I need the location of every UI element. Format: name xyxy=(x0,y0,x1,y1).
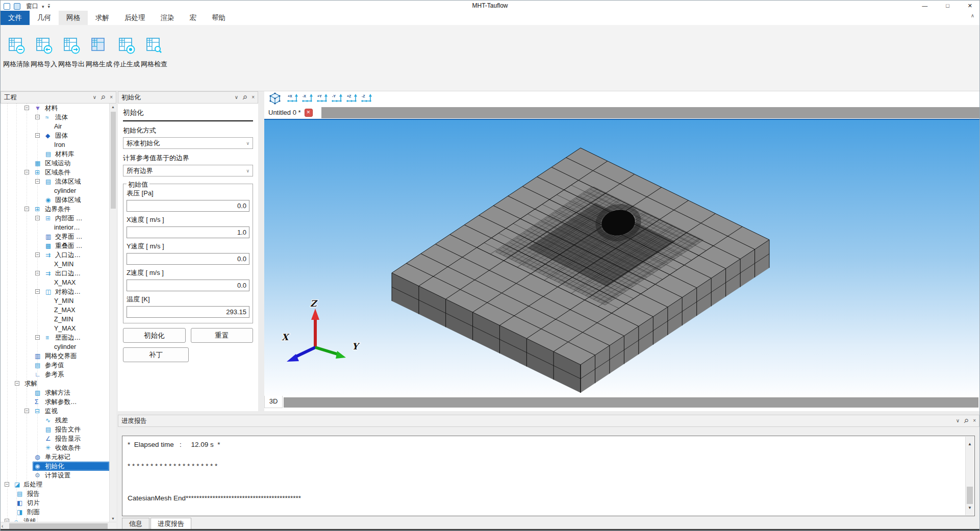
panel-pin-icon[interactable]: ⚲ xyxy=(963,418,970,424)
mesh-clear-button[interactable]: 网格清除 xyxy=(3,25,30,91)
tree-item[interactable]: −⊞边界条件 xyxy=(1,205,109,214)
tree-expand-icon[interactable]: − xyxy=(24,207,29,211)
tree-item[interactable]: −○流线 xyxy=(1,517,109,522)
tree-expand-icon[interactable]: − xyxy=(35,179,40,184)
tree-expand-icon[interactable]: − xyxy=(24,170,29,174)
reset-button[interactable]: 重置 xyxy=(191,328,254,343)
tree-expand-icon[interactable]: − xyxy=(35,216,40,220)
mesh-import-button[interactable]: 网格导入 xyxy=(30,25,58,91)
view-minus-y-button[interactable]: -Y xyxy=(331,93,344,104)
tree-item[interactable]: interior… xyxy=(1,223,109,232)
view-plusminus-z-button[interactable]: +Z xyxy=(346,93,359,104)
tree-expand-icon[interactable]: − xyxy=(35,335,40,340)
tree-item[interactable]: X_MIN xyxy=(1,260,109,269)
panel-chevron-icon[interactable]: ∨ xyxy=(235,95,238,100)
tree-item[interactable]: ▤参考值 xyxy=(1,361,109,370)
tree-item[interactable]: −⇉出口边… xyxy=(1,269,109,278)
view-minus-z-button[interactable]: -Z xyxy=(361,93,373,104)
menu-tab-mesh[interactable]: 网格 xyxy=(59,11,88,25)
scroll-down-icon[interactable]: ▼ xyxy=(966,502,974,513)
tree-item[interactable]: −▤流体区域 xyxy=(1,177,109,186)
tree-item[interactable]: ∠报告显示 xyxy=(1,434,109,443)
tree-expand-icon[interactable]: − xyxy=(35,252,40,257)
tree-item[interactable]: ▥交界面 … xyxy=(1,232,109,241)
tree-expand-icon[interactable]: − xyxy=(35,271,40,275)
tree-vertical-scrollbar[interactable]: ▲ ▼ xyxy=(109,104,116,522)
tree-expand-icon[interactable]: − xyxy=(24,409,29,413)
panel-pin-icon[interactable]: ⚲ xyxy=(242,94,248,101)
patch-button[interactable]: 补丁 xyxy=(123,347,189,362)
tree-item[interactable]: Y_MIN xyxy=(1,296,109,306)
view-iso-button[interactable] xyxy=(268,92,282,105)
tree-item[interactable]: −⊞内部面 … xyxy=(1,214,109,223)
tree-item[interactable]: X_MAX xyxy=(1,278,109,287)
tree-item[interactable]: ◨剖面 xyxy=(1,508,109,517)
menu-tab-solve[interactable]: 求解 xyxy=(88,11,117,25)
tree-item[interactable]: ✳收敛条件 xyxy=(1,443,109,452)
minimize-button[interactable]: — xyxy=(922,3,927,9)
tree-item[interactable]: Z_MIN xyxy=(1,315,109,324)
menu-tab-file[interactable]: 文件 xyxy=(1,11,30,25)
tree-item[interactable]: Air xyxy=(1,122,109,131)
view-plusminus-y-button[interactable]: +Y xyxy=(316,93,329,104)
tree-item[interactable]: ◍单元标记 xyxy=(1,452,109,462)
menu-tab-post[interactable]: 后处理 xyxy=(117,11,153,25)
panel-chevron-icon[interactable]: ∨ xyxy=(93,95,96,100)
collapse-ribbon-icon[interactable]: ∧ xyxy=(971,13,974,18)
panel-close-icon[interactable]: × xyxy=(110,95,113,100)
tree-item[interactable]: Iron xyxy=(1,140,109,149)
panel-close-icon[interactable]: × xyxy=(973,418,976,423)
combo-select-0[interactable]: 标准初始化∨ xyxy=(123,137,253,149)
progress-log[interactable]: * Elapsed time : 12.09 s * * * * * * * *… xyxy=(122,436,975,516)
mesh-export-button[interactable]: 网格导出 xyxy=(58,25,85,91)
close-button[interactable]: ✕ xyxy=(968,3,972,9)
panel-close-icon[interactable]: × xyxy=(252,95,255,100)
tree-expand-icon[interactable]: − xyxy=(24,106,29,110)
tree-expand-icon[interactable]: − xyxy=(15,381,19,386)
output-tab[interactable]: 进度报告 xyxy=(150,518,191,529)
field-input[interactable]: 293.15 xyxy=(127,306,249,318)
panel-pin-icon[interactable]: ⚲ xyxy=(100,94,107,101)
tree-item[interactable]: ▩重叠面 … xyxy=(1,241,109,250)
scroll-up-icon[interactable]: ▲ xyxy=(966,439,974,449)
tree-expand-icon[interactable]: − xyxy=(5,482,9,487)
field-input[interactable]: 0.0 xyxy=(127,253,249,265)
tree-item[interactable]: Σ求解参数… xyxy=(1,397,109,407)
tree-item[interactable]: −≡壁面边… xyxy=(1,333,109,342)
tree-item[interactable]: cylinder xyxy=(1,186,109,195)
document-tab[interactable]: Untitled 0 * ✕ xyxy=(264,106,318,119)
log-vscroll-thumb[interactable] xyxy=(967,487,973,504)
tree-item[interactable]: ▤材料库 xyxy=(1,149,109,159)
tree-item[interactable]: ▤报告文件 xyxy=(1,425,109,434)
tree-item[interactable]: −▼材料 xyxy=(1,104,109,113)
tab-close-icon[interactable]: ✕ xyxy=(305,109,313,117)
tree-item[interactable]: cylinder xyxy=(1,342,109,351)
view-plusminus-x-button[interactable]: +X xyxy=(287,93,299,104)
log-vertical-scrollbar[interactable]: ▲ ▼ xyxy=(965,437,974,515)
field-input[interactable]: 0.0 xyxy=(127,200,249,212)
tree-item[interactable]: −◪后处理 xyxy=(1,480,109,489)
tree-item[interactable]: Y_MAX xyxy=(1,324,109,333)
tree-item[interactable]: −⊞区域条件 xyxy=(1,168,109,177)
tree-item[interactable]: ▥网格交界面 xyxy=(1,351,109,361)
tree-item[interactable]: −求解 xyxy=(1,379,109,388)
field-input[interactable]: 1.0 xyxy=(127,226,249,238)
menu-tab-macro[interactable]: 宏 xyxy=(182,11,205,25)
tree-item[interactable]: Z_MAX xyxy=(1,306,109,315)
maximize-button[interactable]: □ xyxy=(946,3,949,9)
tree-expand-icon[interactable]: − xyxy=(35,289,40,294)
render-canvas[interactable]: Z X Y xyxy=(264,120,979,396)
tree-item[interactable]: ◉初始化 xyxy=(1,462,109,471)
tree-vscroll-thumb[interactable] xyxy=(111,112,116,209)
mesh-generate-button[interactable]: 网格生成 xyxy=(85,25,113,91)
mesh-stop-button[interactable]: 停止生成 xyxy=(113,25,140,91)
tree-item[interactable]: ▤报告 xyxy=(1,489,109,498)
field-input[interactable]: 0.0 xyxy=(127,280,249,291)
menu-tab-help[interactable]: 帮助 xyxy=(204,11,233,25)
tree-item[interactable]: ▨求解方法 xyxy=(1,388,109,397)
tree-item[interactable]: −◫对称边… xyxy=(1,287,109,296)
scroll-down-icon[interactable]: ▼ xyxy=(110,517,116,520)
mesh-check-button[interactable]: 网格检查 xyxy=(140,25,168,91)
tree-item[interactable]: ∿残差 xyxy=(1,416,109,425)
tree-item[interactable]: −⊟监视 xyxy=(1,407,109,416)
